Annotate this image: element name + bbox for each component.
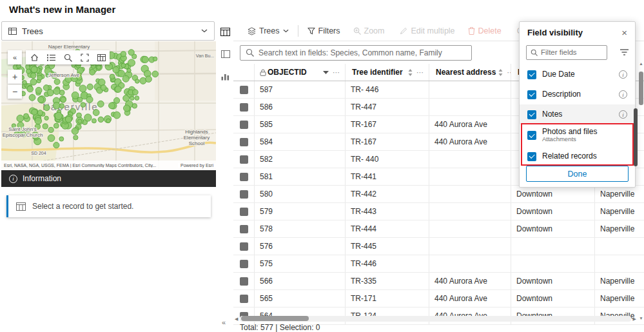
sort-icon[interactable] <box>408 69 413 76</box>
table-collapse-button[interactable]: « <box>222 318 226 326</box>
basemap-grid-icon[interactable] <box>93 50 110 64</box>
table-row[interactable]: 580TR-442DowntownNaperville <box>233 186 644 203</box>
zoom-to-button[interactable]: Zoom <box>353 26 385 35</box>
vertical-scrollbar[interactable]: ▲ ▼ <box>638 62 644 320</box>
row-select-checkbox[interactable] <box>233 151 255 168</box>
row-checkbox-box[interactable] <box>240 295 248 303</box>
map-attribution: Esri, NASA, NGA, USGS, FEMA | Esri Commu… <box>1 161 216 170</box>
table-row[interactable]: 575TR-446 <box>233 255 644 273</box>
toolbar-divider <box>298 25 298 37</box>
table-search-input[interactable] <box>259 48 466 57</box>
zoom-in-button[interactable]: + <box>8 70 22 84</box>
row-checkbox-box[interactable] <box>240 260 248 268</box>
column-header-nearest-address[interactable]: Nearest address ⋯ <box>429 64 511 81</box>
filters-button[interactable]: Filters <box>307 26 340 35</box>
row-checkbox-box[interactable] <box>240 173 248 181</box>
map-collapse-button[interactable]: « <box>8 50 22 64</box>
row-select-checkbox[interactable] <box>233 273 255 289</box>
checked-checkbox[interactable] <box>527 110 536 119</box>
delete-button[interactable]: Delete <box>468 26 502 35</box>
row-select-checkbox[interactable] <box>233 99 255 115</box>
row-select-checkbox[interactable] <box>233 290 255 307</box>
row-checkbox-box[interactable] <box>240 121 248 129</box>
vertical-scroll-track[interactable] <box>638 66 644 317</box>
row-select-checkbox[interactable] <box>233 203 255 220</box>
table-row[interactable]: 578TR-444DowntownNaperville <box>233 220 644 238</box>
cell-tree-identifier: TR-335 <box>346 273 429 289</box>
map-layer-select[interactable]: Trees <box>1 21 215 41</box>
filter-list-icon[interactable] <box>620 49 629 55</box>
checked-checkbox[interactable] <box>527 152 536 161</box>
chart-view-button[interactable] <box>219 70 233 84</box>
row-checkbox-box[interactable] <box>240 225 248 233</box>
field-visibility-item[interactable]: Notesi <box>520 104 635 124</box>
row-checkbox-box[interactable] <box>240 242 248 251</box>
zoom-out-button[interactable]: − <box>8 84 22 99</box>
legend-icon[interactable] <box>43 50 59 64</box>
checked-checkbox[interactable] <box>527 131 536 140</box>
column-menu-icon[interactable]: ⋯ <box>507 68 511 77</box>
layer-dropdown[interactable]: Trees <box>248 26 289 35</box>
info-icon[interactable]: i <box>619 70 627 79</box>
table-row[interactable]: 576TR-445 <box>233 238 644 255</box>
map-label: Naper Elementary <box>48 44 90 50</box>
done-button[interactable]: Done <box>526 166 629 182</box>
row-select-checkbox[interactable] <box>233 168 255 185</box>
row-select-checkbox[interactable] <box>233 220 255 237</box>
close-icon[interactable]: × <box>621 28 627 37</box>
scroll-left-icon[interactable]: ◀ <box>235 317 238 321</box>
checked-checkbox[interactable] <box>527 70 536 79</box>
info-icon[interactable]: i <box>619 110 627 119</box>
expand-icon[interactable] <box>76 50 93 64</box>
field-visibility-item[interactable]: Descriptioni <box>520 84 635 104</box>
table-search[interactable] <box>240 45 472 61</box>
row-select-checkbox[interactable] <box>233 255 255 272</box>
column-header-tree-identifier[interactable]: Tree identifier ⋯ <box>346 64 429 81</box>
filter-fields-box[interactable] <box>526 45 607 60</box>
map[interactable]: Naperville Naper ElementaryVan Bu...Jeff… <box>1 41 216 170</box>
header-select-cell[interactable] <box>233 64 255 81</box>
horizontal-scroll-track[interactable] <box>240 316 630 322</box>
field-visibility-item[interactable]: Due Datei <box>520 64 635 84</box>
scroll-right-icon[interactable]: ▶ <box>633 317 636 321</box>
card-view-button[interactable] <box>219 47 233 61</box>
field-visibility-item[interactable]: Related records <box>520 146 635 166</box>
row-select-checkbox[interactable] <box>233 238 255 255</box>
horizontal-scroll-thumb[interactable] <box>241 316 309 321</box>
cell-city: Naperville <box>595 273 644 289</box>
information-header[interactable]: i Information <box>1 170 216 187</box>
search-icon[interactable] <box>59 50 76 64</box>
table-row[interactable]: 579TR-443DowntownNaperville <box>233 203 644 220</box>
row-checkbox-box[interactable] <box>240 103 248 112</box>
row-checkbox-box[interactable] <box>240 190 248 199</box>
column-menu-icon[interactable]: ⋯ <box>416 68 424 77</box>
column-header-objectid[interactable]: OBJECTID ⋯ <box>255 64 346 81</box>
table-view-button[interactable] <box>219 24 233 39</box>
cell-objectid: 582 <box>255 151 346 168</box>
row-select-checkbox[interactable] <box>233 116 255 133</box>
sort-icon[interactable] <box>498 69 503 76</box>
horizontal-scrollbar[interactable]: ◀ ▶ <box>235 315 636 322</box>
row-checkbox-box[interactable] <box>240 208 248 216</box>
sort-desc-icon[interactable] <box>323 71 329 74</box>
panel-scrollbar-thumb[interactable] <box>634 108 638 166</box>
home-icon[interactable] <box>26 50 43 64</box>
vertical-scroll-thumb[interactable] <box>639 72 643 105</box>
scroll-down-icon[interactable]: ▼ <box>639 317 643 321</box>
filter-fields-input[interactable] <box>541 48 595 56</box>
row-checkbox-box[interactable] <box>240 155 248 164</box>
row-checkbox-box[interactable] <box>240 138 248 146</box>
row-select-checkbox[interactable] <box>233 81 255 98</box>
table-row[interactable]: 565TR-171440 Aurora AveDowntownNapervill… <box>233 290 644 308</box>
info-icon[interactable]: i <box>619 90 627 99</box>
table-row[interactable]: 566TR-335440 Aurora AveDowntownNapervill… <box>233 273 644 290</box>
field-label: Related records <box>542 152 597 161</box>
checked-checkbox[interactable] <box>527 90 536 99</box>
edit-multiple-button[interactable]: Edit multiple <box>400 26 454 35</box>
row-checkbox-box[interactable] <box>240 86 248 94</box>
column-menu-icon[interactable]: ⋯ <box>333 68 340 77</box>
field-visibility-item[interactable]: Photos and filesAttachments <box>520 124 635 146</box>
row-select-checkbox[interactable] <box>233 133 255 150</box>
row-checkbox-box[interactable] <box>240 277 248 286</box>
row-select-checkbox[interactable] <box>233 186 255 202</box>
